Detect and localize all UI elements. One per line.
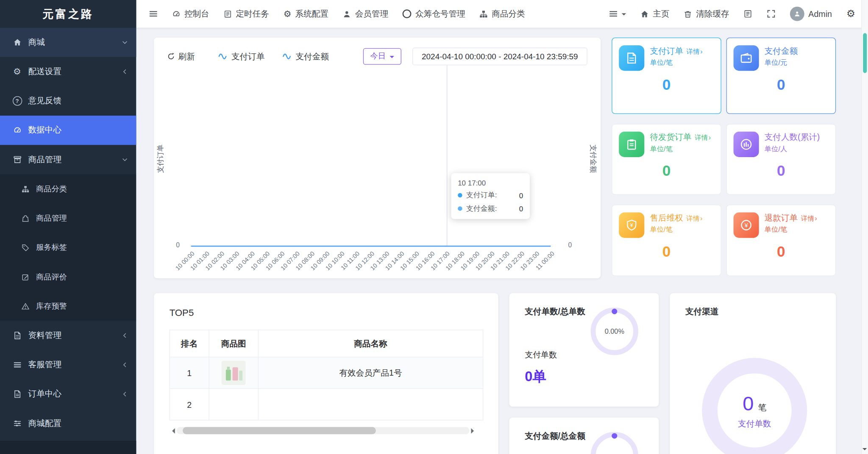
submenu-item-stock-alert[interactable]: 库存预警 bbox=[0, 291, 136, 321]
fullscreen-button[interactable] bbox=[760, 0, 783, 28]
clear-cache-button[interactable]: 清除缓存 bbox=[677, 0, 737, 28]
nav-console[interactable]: 控制台 bbox=[165, 0, 216, 28]
sidebar-item-feedback[interactable]: 意见反馈 bbox=[0, 86, 136, 116]
nav-system-config[interactable]: 系统配置 bbox=[276, 0, 336, 28]
user-menu[interactable]: Admin bbox=[783, 0, 839, 28]
submenu-item-product-management[interactable]: 商品管理 bbox=[0, 204, 136, 233]
stat-card-pay-orders[interactable]: 支付订单详情 单位/笔 0 bbox=[612, 38, 721, 114]
gear-icon bbox=[284, 9, 292, 19]
tooltip-title: 10 17:00 bbox=[458, 179, 523, 187]
column-rank: 排名 bbox=[170, 330, 209, 357]
detail-link[interactable]: 详情 bbox=[687, 47, 703, 56]
series-dot-icon bbox=[458, 193, 462, 197]
dashboard-icon bbox=[11, 126, 23, 135]
table-row: 1 有效会员产品1号 bbox=[170, 357, 483, 388]
sidebar-menu: 商城 配送设置 意见反馈 数据中心 商品管理 bbox=[0, 28, 136, 438]
refresh-button[interactable]: 刷新 bbox=[167, 51, 195, 62]
nav-product-categories[interactable]: 商品分类 bbox=[473, 0, 532, 28]
nav-homepage[interactable]: 主页 bbox=[634, 0, 677, 28]
top5-table: 排名 商品图 商品名称 1 有效会员产品1号 2 bbox=[170, 329, 484, 420]
channel-value: 0 bbox=[743, 392, 754, 415]
sidebar-footer bbox=[0, 441, 136, 454]
stat-value: 0 bbox=[734, 76, 829, 93]
pay-count-panel: 支付单数/总单数 0.00% 支付单数 0单 bbox=[509, 293, 659, 407]
page-scrollbar[interactable] bbox=[861, 0, 868, 454]
language-button[interactable] bbox=[737, 0, 760, 28]
home-icon bbox=[641, 10, 649, 18]
sidebar-item-data-management[interactable]: 资料管理 bbox=[0, 321, 136, 350]
stat-value: 0 bbox=[734, 163, 829, 180]
line-series-icon bbox=[282, 51, 292, 61]
scroll-right-arrow-icon[interactable] bbox=[471, 428, 477, 433]
horizontal-scrollbar[interactable] bbox=[170, 427, 477, 434]
tooltip-row: 支付金额:0 bbox=[458, 204, 523, 214]
scrollbar-thumb[interactable] bbox=[863, 33, 867, 73]
submenu-item-service-tags[interactable]: 服务标签 bbox=[0, 233, 136, 262]
brand-title: 元富之路 bbox=[0, 0, 136, 28]
circle-icon bbox=[403, 9, 412, 18]
detail-link[interactable]: 详情 bbox=[695, 134, 711, 142]
gear-icon bbox=[11, 67, 23, 76]
stat-card-pay-amount[interactable]: 支付金额 单位/元 0 bbox=[726, 38, 836, 114]
bag-icon bbox=[20, 214, 31, 222]
gear-icon bbox=[846, 9, 855, 19]
list-icon bbox=[11, 361, 23, 369]
top5-title: TOP5 bbox=[170, 307, 483, 318]
gauge-percent: 0.00% bbox=[605, 327, 624, 335]
chevron-left-icon bbox=[122, 332, 128, 338]
channel-unit: 笔 bbox=[758, 402, 767, 413]
sitemap-icon bbox=[480, 10, 488, 18]
sidebar-item-order-center[interactable]: 订单中心 bbox=[0, 379, 136, 409]
sidebar-item-data-center[interactable]: 数据中心 bbox=[0, 116, 136, 145]
pay-amount-panel: 支付金额/总金额 bbox=[509, 418, 659, 454]
trash-icon bbox=[684, 10, 692, 18]
plot-area[interactable]: 10 00:0010 01:0010 02:0010 03:0010 04:00… bbox=[191, 65, 551, 246]
chevron-down-icon bbox=[122, 39, 128, 45]
submenu-item-product-categories[interactable]: 商品分类 bbox=[0, 174, 136, 203]
avatar bbox=[790, 7, 804, 21]
scrollbar-thumb[interactable] bbox=[182, 427, 376, 434]
user-icon bbox=[343, 10, 351, 18]
scroll-down-arrow-icon[interactable] bbox=[862, 448, 867, 452]
fullscreen-icon bbox=[767, 9, 776, 18]
sidebar-item-mall-config[interactable]: 商城配置 bbox=[0, 409, 136, 438]
app: 元富之路 商城 配送设置 意见反馈 数据中心 商品管理 bbox=[0, 0, 868, 454]
panel-title: 支付金额/总金额 bbox=[525, 431, 585, 441]
table-row: 2 bbox=[170, 389, 483, 420]
settings-button[interactable] bbox=[839, 0, 862, 28]
nav-crowdfund-management[interactable]: 众筹仓号管理 bbox=[395, 0, 473, 28]
tooltip-row: 支付订单:0 bbox=[458, 190, 523, 200]
chevron-left-icon bbox=[122, 391, 128, 397]
scrollbar-track[interactable] bbox=[177, 427, 470, 434]
hamburger-icon bbox=[149, 9, 158, 18]
y-axis-left-label: 支付订单 bbox=[156, 144, 166, 173]
y-axis-zero-right: 0 bbox=[568, 241, 572, 249]
stat-card-pending-shipments[interactable]: 待发货订单详情 单位/笔 0 bbox=[612, 124, 721, 195]
nav-scheduled-tasks[interactable]: 定时任务 bbox=[217, 0, 276, 28]
sidebar-item-mall[interactable]: 商城 bbox=[0, 28, 136, 57]
nav-member-management[interactable]: 会员管理 bbox=[336, 0, 395, 28]
caret-down-icon bbox=[622, 13, 626, 17]
channel-label: 支付单数 bbox=[738, 418, 771, 429]
stat-card-payers-total[interactable]: 支付人数(累计) 单位/人 0 bbox=[726, 124, 836, 195]
file-icon bbox=[619, 45, 644, 71]
detail-link[interactable]: 详情 bbox=[687, 215, 703, 223]
sidebar-item-product-management[interactable]: 商品管理 bbox=[0, 145, 136, 174]
stat-card-after-sales[interactable]: 售后维权详情 单位/笔 0 bbox=[612, 205, 721, 276]
donut-gauge: 0.00% bbox=[591, 307, 638, 355]
period-select[interactable]: 今日 bbox=[363, 48, 401, 65]
detail-link[interactable]: 详情 bbox=[801, 215, 817, 223]
legend-pay-amount[interactable]: 支付金额 bbox=[282, 51, 329, 62]
scroll-left-arrow-icon[interactable] bbox=[170, 428, 175, 433]
stat-value: 0 bbox=[619, 163, 714, 180]
submenu-item-product-reviews[interactable]: 商品评价 bbox=[0, 262, 136, 291]
tabs-dropdown[interactable] bbox=[602, 0, 633, 28]
legend-pay-orders[interactable]: 支付订单 bbox=[218, 51, 265, 62]
sidebar-item-delivery-settings[interactable]: 配送设置 bbox=[0, 57, 136, 86]
sliders-icon bbox=[11, 419, 23, 428]
stat-card-refund-orders[interactable]: 退款订单详情 单位/笔 0 bbox=[726, 205, 836, 276]
sidebar-toggle[interactable] bbox=[142, 0, 165, 28]
date-range-input[interactable]: 2024-04-10 00:00:00 - 2024-04-10 23:59:5… bbox=[412, 47, 587, 65]
language-icon bbox=[744, 9, 753, 18]
sidebar-item-customer-service[interactable]: 客服管理 bbox=[0, 350, 136, 379]
